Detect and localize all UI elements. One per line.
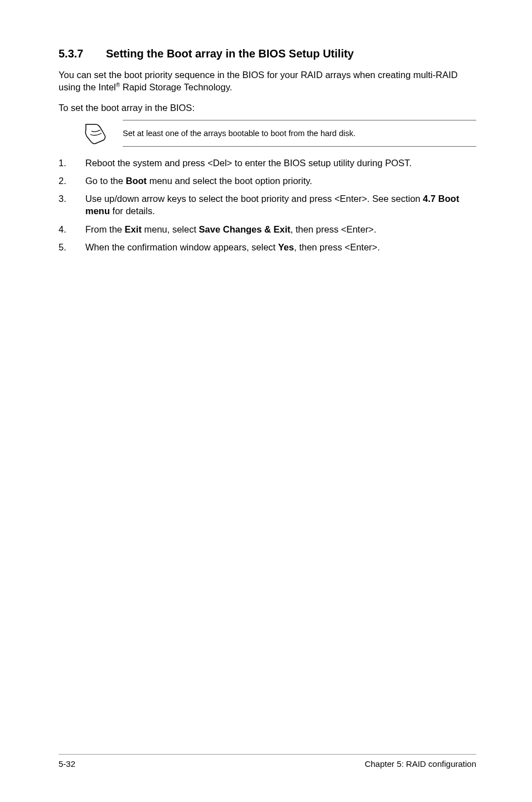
step-number: 4. — [59, 223, 85, 235]
note-box: Set at least one of the arrays bootable … — [84, 120, 476, 147]
step-number: 1. — [59, 157, 85, 169]
step-text: Go to the Boot menu and select the boot … — [85, 175, 476, 187]
step-text-bold: Exit — [125, 224, 142, 234]
step-text-bold: Boot — [125, 176, 147, 186]
step-text: Use up/down arrow keys to select the boo… — [85, 192, 476, 218]
instruction-lead: To set the boot array in the BIOS: — [59, 103, 476, 113]
step-text-post: for details. — [110, 206, 155, 216]
step-item-1: 1. Reboot the system and press <Del> to … — [59, 157, 476, 169]
section-heading: 5.3.7Setting the Boot array in the BIOS … — [59, 47, 476, 60]
page-footer: 5-32 Chapter 5: RAID configuration — [59, 754, 476, 769]
note-text-wrapper: Set at least one of the arrays bootable … — [123, 120, 476, 147]
step-text-post: menu and select the boot option priority… — [147, 176, 312, 186]
step-text-pre: Use up/down arrow keys to select the boo… — [85, 194, 423, 204]
step-text-post: , then press <Enter>. — [291, 224, 376, 234]
step-number: 3. — [59, 192, 85, 218]
step-text-post: , then press <Enter>. — [294, 242, 380, 252]
step-item-5: 5. When the confirmation window appears,… — [59, 241, 476, 253]
step-text-mid: menu, select — [142, 224, 199, 234]
step-text-pre: When the confirmation window appears, se… — [85, 242, 278, 252]
step-item-2: 2. Go to the Boot menu and select the bo… — [59, 175, 476, 187]
intro-text-before: You can set the boot priority sequence i… — [59, 70, 458, 92]
step-text-pre: From the — [85, 224, 125, 234]
step-text: From the Exit menu, select Save Changes … — [85, 223, 476, 235]
step-number: 2. — [59, 175, 85, 187]
step-number: 5. — [59, 241, 85, 253]
step-item-3: 3. Use up/down arrow keys to select the … — [59, 192, 476, 218]
step-list: 1. Reboot the system and press <Del> to … — [59, 157, 476, 254]
step-text-bold: Save Changes & Exit — [199, 224, 291, 234]
section-number: 5.3.7 — [59, 47, 106, 60]
step-item-4: 4. From the Exit menu, select Save Chang… — [59, 223, 476, 235]
step-text-bold: Yes — [278, 242, 294, 252]
chapter-label: Chapter 5: RAID configuration — [365, 759, 476, 769]
note-icon — [84, 122, 106, 144]
section-title: Setting the Boot array in the BIOS Setup… — [106, 47, 354, 60]
step-text: Reboot the system and press <Del> to ent… — [85, 157, 476, 169]
intro-paragraph: You can set the boot priority sequence i… — [59, 69, 476, 94]
page-number: 5-32 — [59, 759, 75, 769]
note-text: Set at least one of the arrays bootable … — [123, 129, 356, 138]
step-text: When the confirmation window appears, se… — [85, 241, 476, 253]
intro-text-after: Rapid Storage Technology. — [120, 82, 232, 92]
step-text-pre: Go to the — [85, 176, 125, 186]
